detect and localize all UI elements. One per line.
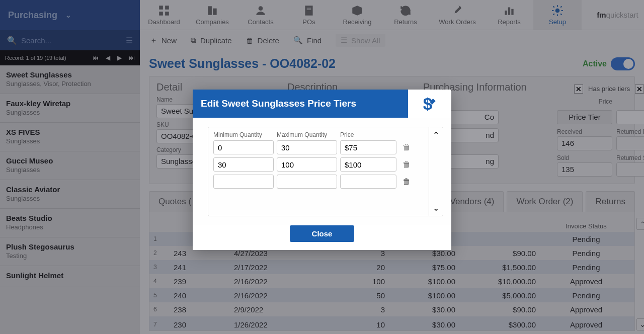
col-price: Price <box>340 131 396 138</box>
price-input[interactable] <box>340 157 396 172</box>
max-qty-input[interactable] <box>277 157 337 172</box>
price-input[interactable] <box>340 140 396 154</box>
dollar-edit-icon: $ <box>408 90 451 118</box>
col-min-qty: Minimum Quantity <box>213 131 274 138</box>
max-qty-input[interactable] <box>277 140 337 154</box>
svg-text:$: $ <box>423 95 433 113</box>
min-qty-input[interactable] <box>213 140 274 154</box>
price-tiers-modal: Edit Sweet Sunglasses Price Tiers $ Mini… <box>193 90 451 250</box>
tier-row: 🗑 <box>213 140 424 154</box>
tier-row: 🗑 <box>213 157 424 172</box>
min-qty-input[interactable] <box>213 175 274 189</box>
close-button[interactable]: Close <box>290 225 355 242</box>
scroll-up-icon[interactable]: ⌃ <box>433 130 439 140</box>
max-qty-input[interactable] <box>277 175 337 189</box>
tier-row: 🗑 <box>213 175 424 189</box>
col-max-qty: Maximum Quantity <box>277 131 337 138</box>
scroll-down-icon[interactable]: ⌄ <box>433 203 439 213</box>
trash-icon[interactable]: 🗑 <box>399 160 414 169</box>
min-qty-input[interactable] <box>213 157 274 172</box>
trash-icon[interactable]: 🗑 <box>399 143 414 152</box>
modal-overlay: Edit Sweet Sunglasses Price Tiers $ Mini… <box>0 0 644 334</box>
trash-icon[interactable]: 🗑 <box>399 177 414 186</box>
price-input[interactable] <box>340 175 396 189</box>
modal-title: Edit Sweet Sunglasses Price Tiers <box>193 90 408 118</box>
